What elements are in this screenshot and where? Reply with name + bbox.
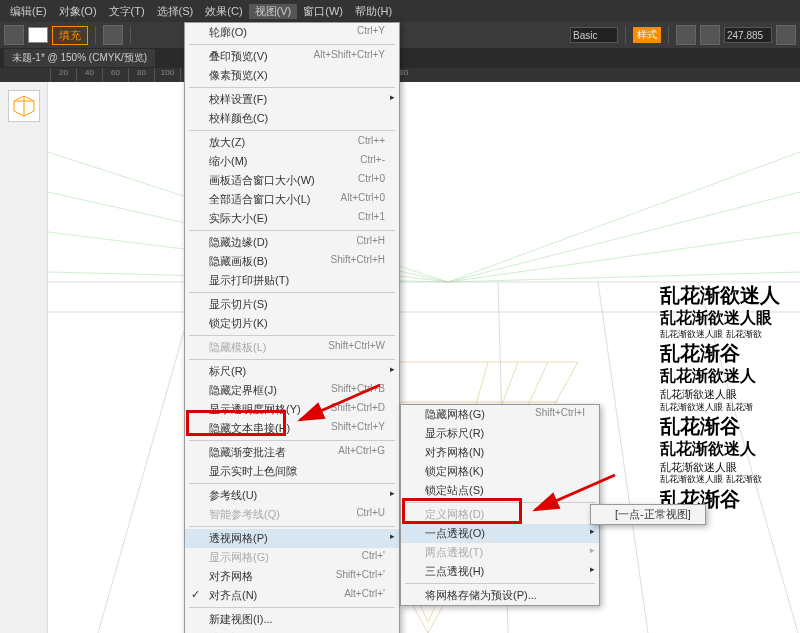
text-line: 乱花渐欲迷人: [660, 439, 800, 460]
menu-item[interactable]: 实际大小(E)Ctrl+1: [185, 209, 399, 228]
menu-item[interactable]: 缩小(M)Ctrl+-: [185, 152, 399, 171]
separator: [95, 26, 96, 44]
menu-item[interactable]: 像素预览(X): [185, 66, 399, 85]
menu-item[interactable]: 放大(Z)Ctrl++: [185, 133, 399, 152]
text-line: 乱花渐欲迷人: [660, 282, 800, 308]
text-line: 乱花渐欲迷人眼: [660, 308, 800, 329]
menu-item[interactable]: 显示标尺(R): [401, 424, 599, 443]
menu-item[interactable]: 一点透视(O): [401, 524, 599, 543]
menu-item[interactable]: 隐藏边缘(D)Ctrl+H: [185, 233, 399, 252]
menu-5[interactable]: 视图(V): [249, 4, 298, 19]
text-line: 乱花渐欲迷人眼 乱花渐: [660, 402, 800, 414]
annotation-arrow-2: [525, 470, 625, 524]
more-icon[interactable]: [776, 25, 796, 45]
view-menu: 轮廓(O)Ctrl+Y叠印预览(V)Alt+Shift+Ctrl+Y像素预览(X…: [184, 22, 400, 633]
fill-label[interactable]: 填充: [52, 26, 88, 45]
transform-icon[interactable]: [700, 25, 720, 45]
text-line: 乱花渐欲迷人眼: [660, 460, 800, 474]
menu-item[interactable]: 将网格存储为预设(P)...: [401, 586, 599, 605]
align-icon[interactable]: [676, 25, 696, 45]
menu-item: 隐藏模板(L)Shift+Ctrl+W: [185, 338, 399, 357]
menu-1[interactable]: 对象(O): [53, 4, 103, 19]
menu-item[interactable]: 三点透视(H): [401, 562, 599, 581]
document-tab[interactable]: 未题-1* @ 150% (CMYK/预览): [4, 49, 155, 67]
menu-6[interactable]: 窗口(W): [297, 4, 349, 19]
menu-7[interactable]: 帮助(H): [349, 4, 398, 19]
svg-line-8: [448, 192, 800, 282]
annotation-arrow-1: [290, 380, 390, 434]
menu-4[interactable]: 效果(C): [199, 4, 248, 19]
separator: [668, 26, 669, 44]
text-line: 乱花渐欲迷人眼: [660, 387, 800, 401]
menu-item[interactable]: 透视网格(P): [185, 529, 399, 548]
svg-line-31: [300, 385, 380, 420]
menu-item: 显示网格(G)Ctrl+': [185, 548, 399, 567]
menu-item[interactable]: 画板适合窗口大小(W)Ctrl+0: [185, 171, 399, 190]
svg-line-17: [598, 282, 648, 633]
menu-item[interactable]: 全部适合窗口大小(L)Alt+Ctrl+0: [185, 190, 399, 209]
menu-item[interactable]: 显示打印拼贴(T): [185, 271, 399, 290]
menu-item[interactable]: 校样颜色(C): [185, 109, 399, 128]
menu-item[interactable]: 校样设置(F): [185, 90, 399, 109]
ruler-horizontal: 20406080100120140160180200220240260280: [0, 68, 800, 82]
sample-text-block: 乱花渐欲迷人乱花渐欲迷人眼乱花渐欲迷人眼 乱花渐欲乱花渐谷乱花渐欲迷人乱花渐欲迷…: [660, 282, 800, 512]
menu-item[interactable]: 隐藏网格(G)Shift+Ctrl+I: [401, 405, 599, 424]
menu-item[interactable]: 参考线(U): [185, 486, 399, 505]
menu-item: 两点透视(T): [401, 543, 599, 562]
menu-item[interactable]: 叠印预览(V)Alt+Shift+Ctrl+Y: [185, 47, 399, 66]
menu-item[interactable]: 对齐网格(N): [401, 443, 599, 462]
text-line: 乱花渐欲迷人眼 乱花渐欲: [660, 474, 800, 486]
menu-3[interactable]: 选择(S): [151, 4, 200, 19]
menu-item[interactable]: 标尺(R): [185, 362, 399, 381]
menubar: 编辑(E)对象(O)文字(T)选择(S)效果(C)视图(V)窗口(W)帮助(H): [0, 0, 800, 22]
separator: [625, 26, 626, 44]
svg-line-32: [535, 475, 615, 510]
svg-line-13: [98, 282, 198, 633]
separator: [130, 26, 131, 44]
menu-item[interactable]: 隐藏渐变批注者Alt+Ctrl+G: [185, 443, 399, 462]
menu-0[interactable]: 编辑(E): [4, 4, 53, 19]
menu-item: 智能参考线(Q)Ctrl+U: [185, 505, 399, 524]
menu-item[interactable]: 对齐点(N)Alt+Ctrl+': [185, 586, 399, 605]
stroke-icon[interactable]: [103, 25, 123, 45]
menu-item[interactable]: 隐藏画板(B)Shift+Ctrl+H: [185, 252, 399, 271]
text-line: 乱花渐谷: [660, 340, 800, 366]
perspective-cube-icon[interactable]: [8, 90, 40, 122]
basic-dropdown[interactable]: [570, 27, 618, 43]
svg-line-7: [448, 232, 800, 282]
value-input[interactable]: [724, 27, 772, 43]
toolbar: 填充 样式: [0, 22, 800, 48]
svg-line-9: [448, 152, 800, 282]
text-line: 乱花渐欲迷人: [660, 366, 800, 387]
svg-line-10: [448, 272, 800, 282]
menu-item[interactable]: 对齐网格Shift+Ctrl+': [185, 567, 399, 586]
fill-swatch[interactable]: [28, 27, 48, 43]
menu-item[interactable]: 新建视图(I)...: [185, 610, 399, 629]
menu-item[interactable]: 锁定切片(K): [185, 314, 399, 333]
menu-item[interactable]: 显示实时上色间隙: [185, 462, 399, 481]
document-tabs: 未题-1* @ 150% (CMYK/预览): [0, 48, 800, 68]
menu-2[interactable]: 文字(T): [103, 4, 151, 19]
menu-item[interactable]: 显示切片(S): [185, 295, 399, 314]
text-line: 乱花渐谷: [660, 413, 800, 439]
style-label[interactable]: 样式: [633, 27, 661, 43]
menu-item[interactable]: 轮廓(O)Ctrl+Y: [185, 23, 399, 42]
tool-select-icon[interactable]: [4, 25, 24, 45]
highlight-box-2: [402, 498, 522, 524]
perspective-widget-panel: [0, 82, 48, 633]
menu-item[interactable]: 编辑视图...: [185, 629, 399, 633]
highlight-box-1: [186, 410, 286, 436]
text-line: 乱花渐欲迷人眼 乱花渐欲: [660, 329, 800, 341]
